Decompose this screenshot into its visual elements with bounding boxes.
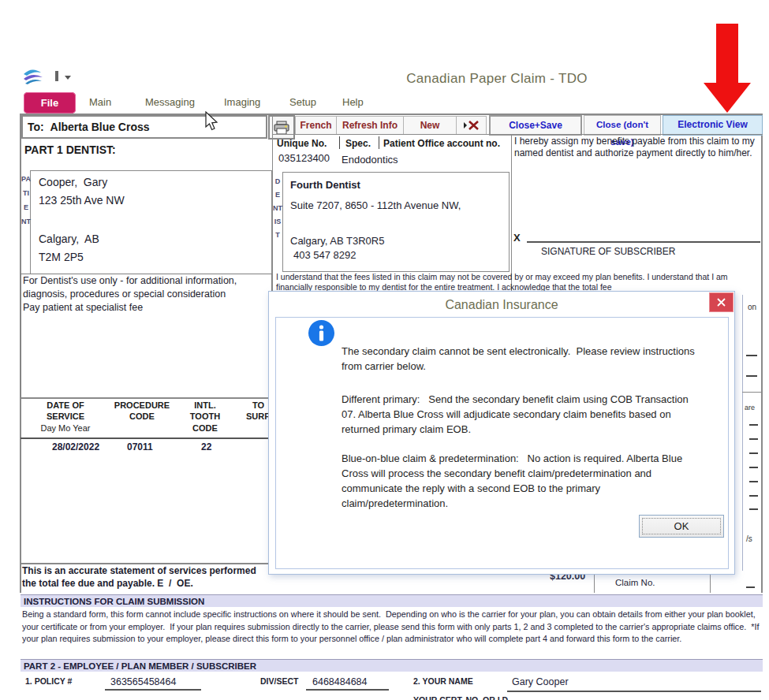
bg-dash <box>749 452 758 454</box>
bg-hline <box>742 392 763 393</box>
carrier-to-box[interactable]: To: Alberta Blue Cross <box>21 115 267 139</box>
bg-dash <box>746 586 755 588</box>
cert-label-partial: YOUR CERT. NO. OR I.D. <box>413 695 510 700</box>
delete-x-icon <box>463 120 480 131</box>
close-dont-save-button[interactable]: Close (don't save) <box>584 115 661 136</box>
menu-help[interactable]: Help <box>342 96 364 108</box>
dialog-paragraph-2: Different primary: Send the secondary be… <box>342 392 703 437</box>
claim-col-divider-2 <box>710 573 711 593</box>
row-procedure-code[interactable]: 07011 <box>127 441 153 452</box>
menu-messaging[interactable]: Messaging <box>145 96 195 108</box>
dentist-use-line1: For Dentist's use only - for additional … <box>23 275 237 286</box>
divsect-underline <box>306 689 389 691</box>
delete-claim-button[interactable] <box>456 116 487 135</box>
table-header-date2: SERVICE <box>42 411 89 421</box>
instructions-body: Being a standard form, this form cannot … <box>22 609 762 646</box>
table-header-date1: DATE OF <box>42 400 89 410</box>
bg-dash <box>749 467 758 468</box>
header-unique-no: Unique No. <box>277 138 327 149</box>
canadian-insurance-dialog: Canadian Insurance The secondary claim c… <box>268 291 735 575</box>
dialog-title: Canadian Insurance <box>269 298 734 312</box>
menu-setup[interactable]: Setup <box>289 96 316 108</box>
dentist-phone: 403 547 8292 <box>293 249 357 261</box>
part2-title-bar: PART 2 - EMPLOYEE / PLAN MEMBER / SUBSCR… <box>21 659 763 672</box>
table-header-tooth1: INTL. <box>186 400 224 410</box>
header-sep-2 <box>379 136 379 149</box>
header-sep-1 <box>339 136 340 149</box>
bg-fragment-on: on <box>748 303 756 311</box>
table-top-border <box>21 397 272 399</box>
row-date-of-service[interactable]: 28/02/2022 <box>52 441 99 452</box>
table-header-tooth3: CODE <box>186 423 224 433</box>
mouse-cursor-icon <box>205 111 219 135</box>
bg-dash <box>749 495 758 497</box>
table-header-date3: Day Mo Year <box>38 423 93 433</box>
policy-label: 1. POLICY # <box>25 676 72 686</box>
menu-imaging[interactable]: Imaging <box>224 96 260 108</box>
table-header-proc2: CODE <box>110 411 174 421</box>
row-tooth-code[interactable]: 22 <box>201 441 211 452</box>
annotation-arrow-icon <box>704 83 751 113</box>
table-header-underline <box>21 438 272 439</box>
french-button[interactable]: French <box>295 116 337 135</box>
patient-postal: T2M 2P5 <box>39 251 84 263</box>
app-logo-icon <box>21 68 52 88</box>
quick-access-dropdown-icon[interactable] <box>65 76 71 80</box>
signature-label: SIGNATURE OF SUBSCRIBER <box>541 246 675 257</box>
menu-file[interactable]: File <box>24 92 76 114</box>
electronic-view-button[interactable]: Electronic View <box>663 115 763 136</box>
ok-button-focus-ring <box>642 518 721 534</box>
form-right-border <box>761 114 763 593</box>
bg-fragment-ys: /s <box>746 534 752 543</box>
bg-dash <box>746 355 757 356</box>
column-divider-2 <box>511 134 512 292</box>
bg-dash <box>749 481 758 482</box>
app-window: Canadian Paper Claim - TDO File Main Mes… <box>0 0 769 700</box>
signature-x-mark: X <box>513 232 521 244</box>
policy-underline <box>105 689 201 691</box>
info-icon <box>308 320 334 346</box>
bg-dash <box>746 375 757 377</box>
signature-line <box>527 241 760 243</box>
dialog-paragraph-1: The secondary claim cannot be sent elect… <box>342 344 703 374</box>
patient-name: Cooper, Gary <box>39 176 107 188</box>
your-name-underline <box>507 691 761 692</box>
menu-main[interactable]: Main <box>89 96 111 108</box>
dialog-close-button[interactable] <box>709 292 734 312</box>
instructions-title-bar: INSTRUCTIONS FOR CLAIM SUBMISSION <box>21 594 763 607</box>
statement-line2: the total fee due and payable. E / OE. <box>22 578 193 589</box>
claim-col-divider <box>594 573 595 593</box>
dialog-paragraph-3: Blue-on-blue claim & predetermination: N… <box>342 451 703 511</box>
bg-fragment-are: are <box>745 404 755 411</box>
bg-column-line <box>742 295 743 571</box>
quick-access-separator-icon <box>55 71 58 81</box>
annotation-arrow-stem <box>716 24 738 84</box>
dentist-city: Calgary, AB T3R0R5 <box>290 235 384 247</box>
patient-vertical-label: PATIENT <box>21 172 31 229</box>
dentist-use-line3: Pay patient at specialist fee <box>23 302 143 313</box>
header-account: Patient Office account no. <box>383 138 500 149</box>
new-button[interactable]: New <box>403 116 457 135</box>
close-x-icon <box>717 298 726 307</box>
bg-dash <box>749 508 758 510</box>
dentist-address: Suite 7207, 8650 - 112th Avenue NW, <box>290 199 461 211</box>
carrier-name: Alberta Blue Cross <box>50 121 150 133</box>
printer-icon <box>274 121 289 135</box>
ok-button[interactable]: OK <box>639 515 724 538</box>
dentist-name: Fourth Dentist <box>290 179 360 191</box>
policy-value[interactable]: 363565458464 <box>110 676 176 687</box>
divsect-value[interactable]: 6468484684 <box>312 676 368 687</box>
bg-dash <box>749 424 758 426</box>
patient-city: Calgary, AB <box>39 233 99 245</box>
dentist-vertical-label: DENTIST <box>273 175 282 242</box>
patient-address: 123 25th Ave NW <box>39 194 125 207</box>
to-label: To: <box>28 121 44 133</box>
refresh-info-button[interactable]: Refresh Info <box>336 116 404 135</box>
divsect-label: DIV/SECT <box>260 676 298 686</box>
close-save-button[interactable]: Close+Save <box>489 115 582 136</box>
your-name-value[interactable]: Gary Cooper <box>512 676 569 687</box>
claim-no-label: Claim No. <box>615 578 655 587</box>
statement-line1: This is an accurate statement of service… <box>22 565 256 576</box>
total-amount-fragment: $120.00 <box>550 573 599 586</box>
part1-title: PART 1 DENTIST: <box>24 143 116 156</box>
